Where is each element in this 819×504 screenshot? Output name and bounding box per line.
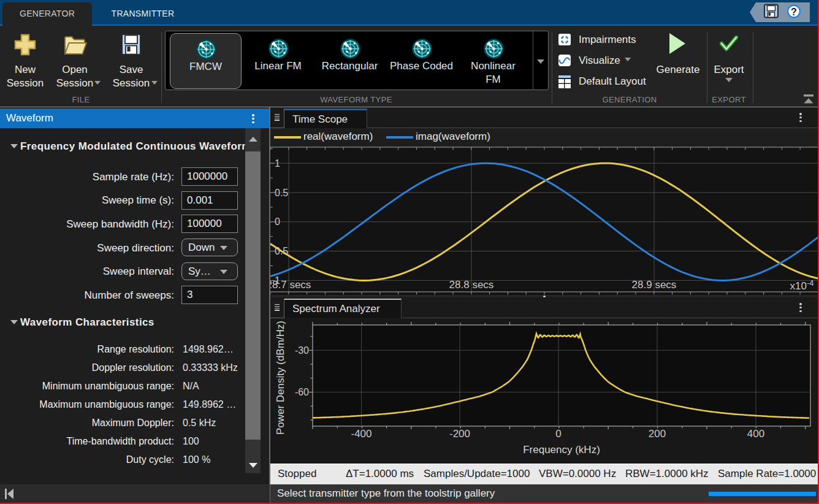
svg-text:-200: -200 [449,428,470,440]
svg-text:0: 0 [275,216,280,227]
svg-text:?: ? [791,7,797,17]
svg-text:200: 200 [649,428,666,440]
svg-text:0.5: 0.5 [275,188,288,198]
svg-text:28.9 secs: 28.9 secs [632,279,677,291]
svg-text:0: 0 [555,428,561,440]
svg-text:1: 1 [275,158,280,169]
svg-text:Power Density (dBm/Hz): Power Density (dBm/Hz) [275,321,286,435]
svg-text:-30: -30 [295,345,309,356]
svg-text:400: 400 [747,428,764,440]
svg-text:-400: -400 [351,428,371,440]
svg-text:0.5: 0.5 [275,246,288,256]
svg-text:28.8 secs: 28.8 secs [449,279,494,291]
svg-text:28.7 secs: 28.7 secs [270,279,311,291]
svg-text:-60: -60 [295,387,309,397]
svg-text:Frequency (kHz): Frequency (kHz) [523,444,600,456]
